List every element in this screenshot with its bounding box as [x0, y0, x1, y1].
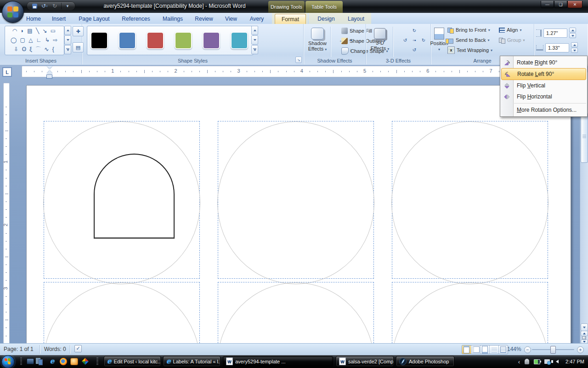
tab-mailings[interactable]: Mailings: [157, 14, 188, 24]
nudge-shadow-up-button[interactable]: ↑: [346, 26, 355, 35]
tilt-right-button[interactable]: ↻: [419, 35, 428, 45]
document-page[interactable]: [26, 85, 571, 343]
arch-shape[interactable]: [94, 154, 175, 239]
zoom-level[interactable]: 144%: [507, 346, 521, 352]
menu-item-more-rotation-options[interactable]: More Rotation Options...: [500, 104, 587, 115]
drawing-tools-header[interactable]: Drawing Tools: [268, 1, 305, 13]
height-up-button[interactable]: [569, 28, 576, 33]
tilt-down-button[interactable]: ↺: [410, 45, 419, 54]
minimize-button[interactable]: —: [541, 1, 554, 8]
undo-button[interactable]: ↺▾: [41, 3, 48, 9]
width-up-button[interactable]: [571, 42, 578, 47]
group-button[interactable]: Group▾: [499, 35, 525, 45]
shape-width-input[interactable]: 1.33": [545, 43, 569, 52]
label-circle-r2c2[interactable]: [217, 282, 374, 343]
style-swatch-blue[interactable]: [119, 32, 136, 49]
label-circle-r1c3[interactable]: [391, 121, 548, 284]
proofing-status-icon[interactable]: ✓: [74, 345, 82, 352]
nudge-shadow-down-button[interactable]: ↓: [346, 45, 355, 54]
office-button[interactable]: [2, 1, 24, 23]
menu-item-flip-horizontal[interactable]: Flip Horizontal: [500, 91, 587, 102]
redo-button[interactable]: ↻: [51, 3, 58, 9]
shape-gallery-row3[interactable]: ⇩ ʘ ξ ⌒ ∿ {: [5, 45, 64, 54]
quick-launch-show-desktop[interactable]: [26, 357, 34, 366]
style-scroll-down-button[interactable]: [251, 35, 258, 45]
full-screen-reading-view-button[interactable]: [471, 345, 481, 354]
hanging-indent-marker[interactable]: [47, 70, 52, 74]
quick-launch-mail[interactable]: [70, 357, 79, 366]
shape-gallery-row1[interactable]: ◠ ◗ ▤ ╲ ↘ ▭: [5, 26, 64, 35]
style-more-button[interactable]: [251, 45, 258, 54]
close-button[interactable]: ✕: [567, 1, 582, 8]
label-cell-r2c3[interactable]: [392, 282, 548, 343]
tab-stop-selector[interactable]: L: [2, 67, 12, 77]
tilt-up-button[interactable]: ↻: [410, 26, 419, 35]
tab-insert[interactable]: Insert: [47, 14, 71, 24]
tray-app-icon[interactable]: [523, 358, 530, 365]
height-down-button[interactable]: [569, 33, 576, 38]
shape-gallery[interactable]: ◠ ◗ ▤ ╲ ↘ ▭ ◯ ▢ △ ∟ ↳ ⇨ ⇩ ʘ ξ ⌒ ∿ {: [5, 26, 64, 55]
gallery-more-button[interactable]: [64, 45, 71, 54]
label-cell-r1c2[interactable]: [218, 121, 374, 279]
label-cell-r1c3[interactable]: [392, 121, 548, 279]
quick-launch-firefox[interactable]: [59, 357, 68, 366]
style-swatch-purple[interactable]: [203, 32, 220, 49]
restore-button[interactable]: ❏: [554, 1, 567, 8]
scroll-down-button[interactable]: [581, 323, 588, 331]
tab-review[interactable]: Review: [191, 14, 217, 24]
style-swatch-red[interactable]: [147, 32, 164, 49]
quick-launch-switch-windows[interactable]: [37, 357, 45, 366]
shape-gallery-row2[interactable]: ◯ ▢ △ ∟ ↳ ⇨: [5, 35, 64, 45]
tray-expand-chevron[interactable]: ‹: [518, 358, 520, 365]
tab-avery[interactable]: Avery: [245, 14, 268, 24]
quick-launch-internet-explorer[interactable]: e: [48, 357, 57, 366]
label-cell-r2c2[interactable]: [218, 282, 374, 343]
style-swatch-green[interactable]: [175, 32, 192, 49]
tab-home[interactable]: Home: [23, 14, 44, 24]
select-browse-object-button[interactable]: [581, 336, 587, 339]
save-button[interactable]: [31, 3, 38, 9]
taskbar-button-edit-post[interactable]: e Edit Post ‹ local kitc...: [104, 356, 161, 367]
zoom-in-button[interactable]: +: [577, 346, 584, 353]
align-button[interactable]: Align▾: [499, 25, 521, 34]
menu-item-rotate-right[interactable]: Rotate Right 90°: [500, 57, 587, 68]
quick-launch-grip[interactable]: [20, 357, 22, 366]
next-page-button[interactable]: [581, 339, 588, 343]
start-button[interactable]: [1, 355, 15, 368]
indent-markers[interactable]: [46, 66, 52, 81]
width-down-button[interactable]: [571, 48, 578, 53]
tab-view[interactable]: View: [220, 14, 243, 24]
toggle-3d-button[interactable]: ▫▪: [410, 35, 419, 45]
volume-icon[interactable]: [554, 358, 560, 365]
table-tools-header[interactable]: Table Tools: [305, 1, 343, 14]
style-scroll-up-button[interactable]: [251, 26, 258, 35]
shadow-effects-button[interactable]: Shadow Effects ▾: [305, 25, 329, 59]
customize-qat-button[interactable]: ▾: [61, 3, 71, 9]
left-indent-marker[interactable]: [46, 75, 52, 79]
taskbar-grip[interactable]: [96, 357, 98, 366]
scrollbar-thumb[interactable]: [581, 113, 588, 163]
quick-launch-picasa[interactable]: [81, 357, 90, 366]
tab-references[interactable]: References: [118, 14, 154, 24]
tilt-left-button[interactable]: ↺: [401, 35, 410, 45]
taskbar-button-labels-tutorial[interactable]: e Labels: A Tutorial « l...: [163, 356, 220, 367]
taskbar-button-salsa-verde[interactable]: W salsa-verde2 [Comp...: [336, 356, 394, 367]
style-swatch-teal[interactable]: [231, 32, 248, 49]
tab-page-layout[interactable]: Page Layout: [74, 14, 115, 24]
gallery-scroll-down-button[interactable]: [64, 35, 71, 45]
label-circle-r1c2[interactable]: [217, 121, 374, 284]
first-line-indent-marker[interactable]: [47, 66, 52, 69]
bring-to-front-button[interactable]: Bring to Front▾: [447, 25, 490, 34]
label-circle-r2c1[interactable]: [43, 282, 200, 343]
network-icon[interactable]: [543, 358, 550, 365]
position-button[interactable]: Position▾: [431, 25, 447, 59]
gallery-scroll-up-button[interactable]: [64, 26, 71, 35]
print-layout-view-button[interactable]: [462, 345, 471, 354]
nudge-shadow-left-button[interactable]: ←: [337, 35, 346, 45]
zoom-out-button[interactable]: −: [524, 346, 531, 353]
tab-layout[interactable]: Layout: [343, 14, 369, 24]
label-circle-r2c3[interactable]: [391, 282, 548, 343]
style-swatch-black[interactable]: [90, 32, 108, 49]
send-to-back-button[interactable]: Send to Back▾: [447, 35, 489, 45]
label-cell-r2c1[interactable]: [44, 282, 200, 343]
